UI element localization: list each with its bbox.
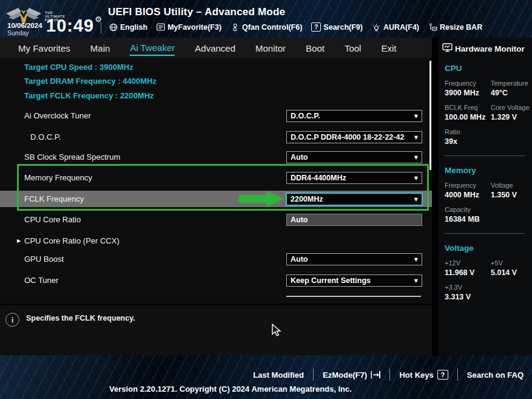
- hw-stat: BCLK Freq100.00 MHz: [445, 104, 491, 121]
- quick-access-bar: English MyFavorite(F3) Qfan Control(F6) …: [109, 22, 482, 32]
- qfan-control-button[interactable]: Qfan Control(F6): [231, 23, 302, 32]
- footer-hotkeys: Last Modified EzMode(F7) Hot Keys? Searc…: [253, 369, 524, 381]
- help-bar: Specifies the FCLK frequency.: [0, 304, 436, 355]
- footer-divider: [313, 369, 314, 381]
- language-label: English: [120, 23, 147, 32]
- hw-memory-grid: Frequency4000 MHz Voltage1.350 V Capacit…: [439, 175, 532, 223]
- resize-bar-label: Resize BAR: [440, 23, 482, 32]
- globe-icon: [109, 23, 118, 32]
- tab-boot[interactable]: Boot: [306, 41, 325, 55]
- oc-tuner-dropdown[interactable]: Keep Current Settings: [286, 275, 422, 287]
- setting-row-oc-tuner: OC Tuner Keep Current Settings: [0, 275, 432, 287]
- search-on-faq-button[interactable]: Search on FAQ: [467, 370, 524, 380]
- titlebar-divider: [101, 22, 101, 34]
- setting-row-fclk-frequency: FCLK Frequency 2200MHz: [0, 193, 432, 205]
- ai-tweaker-settings-pane: Target CPU Speed : 3900MHz Target DRAM F…: [0, 58, 436, 355]
- setting-row-memory-frequency: Memory Frequency DDR4-4400MHz: [0, 172, 432, 184]
- fclk-frequency-dropdown[interactable]: 2200MHz: [286, 193, 423, 206]
- hw-stat: +5V5.014 V: [491, 259, 532, 277]
- setting-label: FCLK Frequency: [24, 193, 84, 205]
- search-question-icon: [311, 22, 321, 32]
- search-label: Search(F9): [323, 23, 363, 32]
- ezmode-enter-icon: [370, 371, 380, 378]
- setting-row-cpu-core-ratio-per-ccx[interactable]: ▶ CPU Core Ratio (Per CCX): [0, 235, 432, 247]
- hw-stat: Capacity16384 MB: [445, 206, 491, 223]
- target-cpu-speed: Target CPU Speed : 3900MHz: [24, 63, 133, 72]
- page-title: UEFI BIOS Utility – Advanced Mode: [108, 6, 285, 18]
- tab-ai-tweaker[interactable]: Ai Tweaker: [130, 40, 175, 56]
- footer-divider: [389, 369, 390, 381]
- setting-label: CPU Core Ratio (Per CCX): [24, 235, 120, 247]
- hw-divider: [445, 233, 525, 234]
- hot-keys-button[interactable]: Hot Keys?: [399, 370, 448, 380]
- cpu-core-ratio-input[interactable]: Auto: [286, 214, 422, 226]
- tab-monitor[interactable]: Monitor: [255, 41, 286, 55]
- setting-row-sb-clock-spread-spectrum: SB Clock Spread Spectrum Auto: [0, 151, 432, 163]
- myfavorite-button[interactable]: MyFavorite(F3): [157, 23, 221, 32]
- main-menu-bar: My Favorites Main Ai Tweaker Advanced Mo…: [0, 38, 436, 58]
- tab-main[interactable]: Main: [90, 41, 110, 55]
- last-modified-button[interactable]: Last Modified: [253, 370, 304, 380]
- hw-voltage-grid: +12V11.968 V +5V5.014 V +3.3V3.313 V: [439, 253, 532, 301]
- gpu-boost-dropdown[interactable]: Auto: [286, 253, 422, 265]
- qfan-label: Qfan Control(F6): [242, 23, 302, 32]
- hw-section-voltage: Voltage: [445, 244, 532, 253]
- setting-label: CPU Core Ratio: [24, 214, 81, 226]
- ai-overclock-tuner-dropdown[interactable]: D.O.C.P.: [286, 110, 422, 122]
- sb-clock-spread-spectrum-dropdown[interactable]: Auto: [286, 151, 422, 163]
- hw-divider: [445, 155, 525, 156]
- setting-label: GPU Boost: [24, 253, 64, 265]
- setting-row-ai-overclock-tuner: Ai Overclock Tuner D.O.C.P.: [0, 110, 432, 122]
- tab-my-favorites[interactable]: My Favorites: [18, 41, 70, 55]
- clock-display[interactable]: 10:49⚙: [46, 16, 102, 36]
- target-dram-frequency: Target DRAM Frequency : 4400MHz: [24, 77, 157, 86]
- help-text: Specifies the FCLK frequency.: [26, 314, 135, 322]
- hw-section-memory: Memory: [445, 166, 532, 175]
- hw-stat: Ratio39x: [445, 128, 491, 146]
- title-bar: THE ULTIMATE FORCE UEFI BIOS Utility – A…: [0, 0, 532, 38]
- hw-stat: +12V11.968 V: [445, 259, 491, 277]
- language-button[interactable]: English: [109, 23, 147, 32]
- hw-cpu-grid: Frequency3900 MHz Temperature49°C BCLK F…: [439, 73, 532, 146]
- tab-advanced[interactable]: Advanced: [195, 41, 235, 55]
- hotkeys-question-icon: ?: [437, 370, 448, 380]
- memory-frequency-dropdown[interactable]: DDR4-4400MHz: [286, 172, 422, 184]
- myfavorite-label: MyFavorite(F3): [167, 23, 221, 32]
- hardware-monitor-header: Hardware Monitor: [439, 38, 532, 54]
- tab-tool[interactable]: Tool: [345, 41, 362, 55]
- date-display: 10/06/2024 Sunday: [7, 22, 42, 36]
- hardware-monitor-title: Hardware Monitor: [455, 44, 525, 53]
- favorites-list-icon: [157, 23, 165, 31]
- resize-bar-icon: [428, 23, 437, 32]
- monitor-display-icon: [442, 43, 453, 54]
- hw-section-cpu: CPU: [445, 64, 532, 73]
- info-icon: [5, 313, 19, 327]
- panel-divider: [432, 38, 439, 355]
- hw-stat: Voltage1.350 V: [491, 182, 532, 199]
- next-row-partial-dropdown: [286, 296, 421, 297]
- ezmode-button[interactable]: EzMode(F7): [323, 370, 380, 380]
- fan-icon: [231, 23, 240, 32]
- setting-label: Memory Frequency: [24, 172, 92, 184]
- aura-lamp-icon: [372, 23, 381, 32]
- aura-label: AURA(F4): [383, 23, 419, 32]
- footer-divider: [457, 369, 458, 381]
- footer-bar: Last Modified EzMode(F7) Hot Keys? Searc…: [0, 355, 532, 399]
- target-fclk-frequency: Target FCLK Frequency : 2200MHz: [24, 91, 154, 100]
- bios-screen: THE ULTIMATE FORCE UEFI BIOS Utility – A…: [0, 0, 532, 399]
- bios-version-text: Version 2.20.1271. Copyright (C) 2024 Am…: [0, 384, 461, 394]
- setting-label: Ai Overclock Tuner: [24, 110, 91, 122]
- aura-button[interactable]: AURA(F4): [372, 23, 419, 32]
- hw-stat: Frequency3900 MHz: [445, 80, 491, 97]
- tab-exit[interactable]: Exit: [381, 41, 396, 55]
- hardware-monitor-panel: Hardware Monitor CPU Frequency3900 MHz T…: [439, 38, 532, 355]
- docp-dropdown[interactable]: D.O.C.P DDR4-4000 18-22-22-42: [286, 131, 422, 143]
- hw-stat: Frequency4000 MHz: [445, 182, 491, 199]
- resize-bar-button[interactable]: Resize BAR: [428, 23, 482, 32]
- setting-row-cpu-core-ratio: CPU Core Ratio Auto: [0, 214, 432, 226]
- search-button[interactable]: Search(F9): [311, 22, 363, 32]
- hw-stat: Core Voltage1.329 V: [491, 104, 532, 121]
- weekday-value: Sunday: [7, 29, 42, 36]
- date-value: 10/06/2024: [7, 22, 42, 29]
- settings-scrollbar[interactable]: [429, 61, 431, 170]
